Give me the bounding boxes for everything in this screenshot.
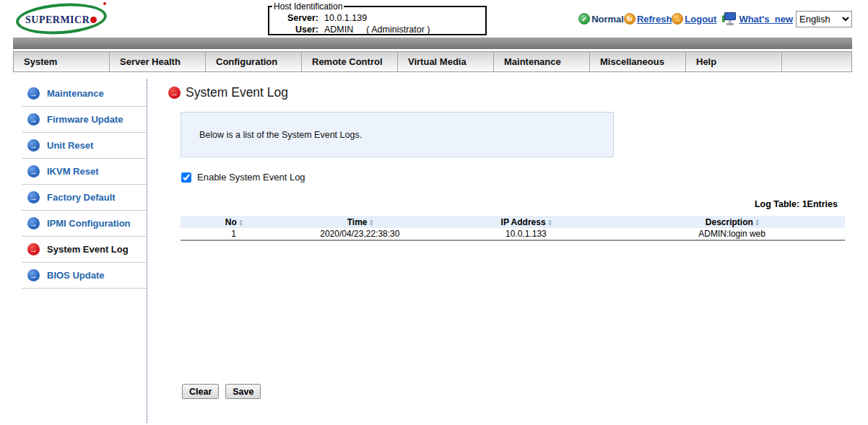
- table-header-row: No▴▾ Time▴▾ IP Address▴▾ Description▴▾: [181, 216, 845, 228]
- status-bar: ✓ Normal ↻ Refresh → Logout What's_new E…: [578, 10, 852, 27]
- arrow-circle-icon-active: →: [27, 243, 40, 255]
- logout-icon[interactable]: →: [672, 13, 683, 25]
- ipmi-page: SUPERMICR Host Identification Server: 10…: [0, 0, 868, 425]
- menu-help[interactable]: Help: [686, 52, 782, 71]
- server-label: Server:: [277, 12, 318, 24]
- user-label: User:: [277, 24, 318, 35]
- user-value: ADMIN: [324, 24, 353, 35]
- title-arrow-icon: →: [168, 87, 181, 99]
- page-title-row: → System Event Log: [168, 85, 288, 100]
- main-menu-bar: System Server Health Configuration Remot…: [13, 51, 852, 72]
- sort-icon[interactable]: ▴▾: [756, 219, 759, 226]
- top-gray-band: [13, 38, 852, 49]
- arrow-circle-icon: →: [27, 217, 40, 229]
- sidebar-item-factory-default[interactable]: → Factory Default: [22, 185, 146, 211]
- menu-empty-cell: [782, 52, 851, 71]
- normal-check-icon: ✓: [578, 13, 590, 25]
- refresh-link[interactable]: ↻ Refresh: [624, 13, 672, 25]
- sort-icon[interactable]: ▴▾: [240, 219, 243, 226]
- cell-ip-address: 10.0.1.133: [433, 228, 620, 240]
- menu-system[interactable]: System: [14, 52, 110, 71]
- menu-remote-control[interactable]: Remote Control: [302, 52, 398, 71]
- sidebar-item-ipmi-configuration[interactable]: → IPMI Configuration: [22, 211, 146, 237]
- menu-maintenance[interactable]: Maintenance: [494, 52, 590, 71]
- menu-server-health[interactable]: Server Health: [110, 52, 206, 71]
- enable-sel-row: Enable System Event Log: [181, 172, 305, 183]
- supermicro-logo: SUPERMICR: [16, 4, 108, 35]
- info-box: Below is a list of the System Event Logs…: [181, 112, 614, 157]
- menu-configuration[interactable]: Configuration: [206, 52, 302, 71]
- status-normal: ✓ Normal: [578, 13, 624, 25]
- save-button[interactable]: Save: [225, 384, 261, 399]
- sidebar: → Maintenance → Firmware Update → Unit R…: [22, 81, 146, 289]
- enable-sel-checkbox[interactable]: [181, 172, 191, 183]
- cell-no: 1: [181, 228, 287, 240]
- event-log-table: No▴▾ Time▴▾ IP Address▴▾ Description▴▾ 1…: [181, 216, 845, 241]
- enable-sel-label[interactable]: Enable System Event Log: [197, 172, 305, 183]
- arrow-circle-icon: →: [27, 87, 40, 100]
- sidebar-item-maintenance[interactable]: → Maintenance: [22, 81, 146, 107]
- host-identification-box: Host Identification Server: 10.0.1.139 U…: [268, 1, 487, 35]
- sort-icon[interactable]: ▴▾: [549, 219, 552, 226]
- column-header-time[interactable]: Time▴▾: [287, 216, 433, 228]
- sidebar-divider-dotted: [147, 79, 147, 423]
- language-select[interactable]: English: [796, 11, 852, 27]
- action-buttons: Clear Save: [182, 384, 267, 399]
- logo-text: SUPERMICR: [25, 14, 97, 26]
- refresh-icon[interactable]: ↻: [624, 13, 635, 25]
- user-role: ( Administrator ): [366, 24, 430, 35]
- page-title: System Event Log: [186, 85, 288, 100]
- sidebar-item-unit-reset[interactable]: → Unit Reset: [22, 133, 146, 159]
- logo-reg-dot: [103, 2, 106, 5]
- logo-red-dot: [90, 17, 97, 23]
- arrow-circle-icon: →: [27, 113, 40, 126]
- normal-label: Normal: [591, 14, 624, 25]
- arrow-circle-icon: →: [27, 165, 40, 178]
- sidebar-item-ikvm-reset[interactable]: → IKVM Reset: [22, 159, 146, 185]
- menu-virtual-media[interactable]: Virtual Media: [398, 52, 494, 71]
- sidebar-item-bios-update[interactable]: → BIOS Update: [22, 263, 146, 289]
- column-header-description[interactable]: Description▴▾: [619, 216, 845, 228]
- cell-time: 2020/04/23,22:38:30: [287, 228, 433, 240]
- sidebar-item-system-event-log[interactable]: → System Event Log: [22, 237, 146, 263]
- info-text: Below is a list of the System Event Logs…: [199, 130, 362, 140]
- log-table-count: Log Table: 1Entries: [755, 199, 838, 209]
- whats-new-monitor-icon: [722, 12, 737, 25]
- arrow-circle-icon: →: [27, 269, 40, 281]
- column-header-ip-address[interactable]: IP Address▴▾: [433, 216, 620, 228]
- server-value: 10.0.1.139: [324, 12, 367, 24]
- cell-description: ADMIN:login web: [619, 228, 845, 240]
- clear-button[interactable]: Clear: [182, 384, 219, 399]
- column-header-no[interactable]: No▴▾: [181, 216, 287, 228]
- arrow-circle-icon: →: [27, 139, 40, 152]
- sidebar-item-firmware-update[interactable]: → Firmware Update: [22, 107, 146, 133]
- logout-link[interactable]: → Logout: [672, 13, 716, 25]
- host-identification-legend: Host Identification: [272, 1, 344, 12]
- whats-new-link[interactable]: What's_new: [716, 12, 793, 25]
- menu-miscellaneous[interactable]: Miscellaneous: [590, 52, 686, 71]
- table-row: 1 2020/04/23,22:38:30 10.0.1.133 ADMIN:l…: [181, 228, 845, 240]
- sort-icon[interactable]: ▴▾: [370, 219, 373, 226]
- arrow-circle-icon: →: [27, 191, 40, 203]
